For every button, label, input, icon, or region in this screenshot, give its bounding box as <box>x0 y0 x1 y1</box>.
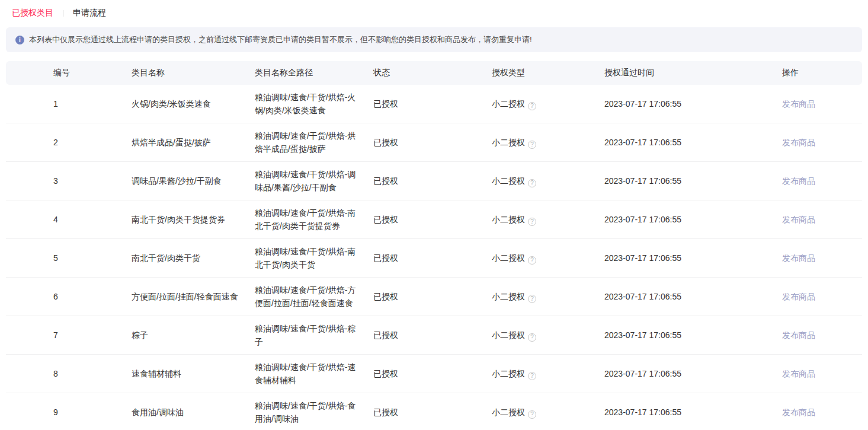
auth-type-label: 小二授权 <box>492 176 525 186</box>
help-icon[interactable]: ? <box>528 333 536 342</box>
row-category-path: 粮油调味/速食/干货/烘焙-南北干货/肉类干货提货券 <box>255 200 373 239</box>
row-status: 已授权 <box>373 123 492 162</box>
table-row: 1 火锅/肉类/米饭类速食 粮油调味/速食/干货/烘焙-火锅/肉类/米饭类速食 … <box>6 85 862 123</box>
column-header-category-name: 类目名称 <box>132 61 255 85</box>
auth-type-label: 小二授权 <box>492 253 525 263</box>
row-category-name: 粽子 <box>132 316 255 355</box>
auth-type-label: 小二授权 <box>492 292 525 301</box>
row-auth-time: 2023-07-17 17:06:55 <box>604 85 782 123</box>
tab-authorized-categories[interactable]: 已授权类目 <box>12 8 53 18</box>
publish-product-link[interactable]: 发布商品 <box>782 253 815 263</box>
row-category-name: 调味品/果酱/沙拉/干副食 <box>132 162 255 200</box>
column-header-category-path: 类目名称全路径 <box>255 61 373 85</box>
table-row: 4 南北干货/肉类干货提货券 粮油调味/速食/干货/烘焙-南北干货/肉类干货提货… <box>6 200 862 239</box>
row-category-name: 南北干货/肉类干货提货券 <box>132 200 255 239</box>
auth-type-label: 小二授权 <box>492 215 525 224</box>
table-row: 6 方便面/拉面/挂面/轻食面速食 粮油调味/速食/干货/烘焙-方便面/拉面/挂… <box>6 278 862 316</box>
tab-application-process[interactable]: 申请流程 <box>73 8 106 18</box>
auth-type-label: 小二授权 <box>492 99 525 109</box>
tab-separator <box>63 10 63 17</box>
row-category-path: 粮油调味/速食/干货/烘焙-食用油/调味油 <box>255 393 373 430</box>
help-icon[interactable]: ? <box>528 256 536 265</box>
row-category-path: 粮油调味/速食/干货/烘焙-粽子 <box>255 316 373 355</box>
publish-product-link[interactable]: 发布商品 <box>782 176 815 186</box>
row-auth-type: 小二授权? <box>492 200 604 239</box>
row-category-path: 粮油调味/速食/干货/烘焙-南北干货/肉类干货 <box>255 239 373 278</box>
row-category-name: 速食辅材辅料 <box>132 355 255 393</box>
notice-banner: i 本列表中仅展示您通过线上流程申请的类目授权，之前通过线下邮寄资质已申请的类目… <box>6 27 862 52</box>
table-row: 2 烘焙半成品/蛋挞/披萨 粮油调味/速食/干货/烘焙-烘焙半成品/蛋挞/披萨 … <box>6 123 862 162</box>
help-icon[interactable]: ? <box>528 372 536 380</box>
publish-product-link[interactable]: 发布商品 <box>782 330 815 340</box>
table-row: 7 粽子 粮油调味/速食/干货/烘焙-粽子 已授权 小二授权? 2023-07-… <box>6 316 862 355</box>
row-auth-time: 2023-07-17 17:06:55 <box>604 239 782 278</box>
tab-bar: 已授权类目 申请流程 <box>0 0 868 18</box>
row-category-path: 粮油调味/速食/干货/烘焙-方便面/拉面/挂面/轻食面速食 <box>255 278 373 316</box>
column-header-id: 编号 <box>6 61 132 85</box>
row-category-name: 火锅/肉类/米饭类速食 <box>132 85 255 123</box>
row-status: 已授权 <box>373 393 492 430</box>
publish-product-link[interactable]: 发布商品 <box>782 369 815 378</box>
row-auth-time: 2023-07-17 17:06:55 <box>604 200 782 239</box>
row-id: 1 <box>6 85 132 123</box>
row-auth-time: 2023-07-17 17:06:55 <box>604 162 782 200</box>
column-header-actions: 操作 <box>782 61 862 85</box>
row-auth-time: 2023-07-17 17:06:55 <box>604 123 782 162</box>
help-icon[interactable]: ? <box>528 179 536 187</box>
row-category-path: 粮油调味/速食/干货/烘焙-火锅/肉类/米饭类速食 <box>255 85 373 123</box>
row-id: 8 <box>6 355 132 393</box>
row-id: 4 <box>6 200 132 239</box>
row-id: 6 <box>6 278 132 316</box>
column-header-auth-time: 授权通过时间 <box>604 61 782 85</box>
publish-product-link[interactable]: 发布商品 <box>782 138 815 147</box>
row-category-name: 南北干货/肉类干货 <box>132 239 255 278</box>
table-row: 5 南北干货/肉类干货 粮油调味/速食/干货/烘焙-南北干货/肉类干货 已授权 … <box>6 239 862 278</box>
help-icon[interactable]: ? <box>528 295 536 303</box>
row-id: 9 <box>6 393 132 430</box>
row-auth-type: 小二授权? <box>492 123 604 162</box>
table-row: 9 食用油/调味油 粮油调味/速食/干货/烘焙-食用油/调味油 已授权 小二授权… <box>6 393 862 430</box>
table-row: 8 速食辅材辅料 粮油调味/速食/干货/烘焙-速食辅材辅料 已授权 小二授权? … <box>6 355 862 393</box>
row-category-name: 烘焙半成品/蛋挞/披萨 <box>132 123 255 162</box>
auth-type-label: 小二授权 <box>492 138 525 147</box>
row-auth-time: 2023-07-17 17:06:55 <box>604 278 782 316</box>
row-status: 已授权 <box>373 355 492 393</box>
help-icon[interactable]: ? <box>528 102 536 110</box>
table-row: 3 调味品/果酱/沙拉/干副食 粮油调味/速食/干货/烘焙-调味品/果酱/沙拉/… <box>6 162 862 200</box>
row-id: 3 <box>6 162 132 200</box>
row-status: 已授权 <box>373 200 492 239</box>
row-auth-time: 2023-07-17 17:06:55 <box>604 355 782 393</box>
notice-banner-text: 本列表中仅展示您通过线上流程申请的类目授权，之前通过线下邮寄资质已申请的类目暂不… <box>29 34 532 45</box>
publish-product-link[interactable]: 发布商品 <box>782 99 815 109</box>
help-icon[interactable]: ? <box>528 410 536 419</box>
row-auth-type: 小二授权? <box>492 355 604 393</box>
row-auth-time: 2023-07-17 17:06:55 <box>604 393 782 430</box>
publish-product-link[interactable]: 发布商品 <box>782 407 815 417</box>
row-status: 已授权 <box>373 85 492 123</box>
help-icon[interactable]: ? <box>528 141 536 149</box>
column-header-auth-type: 授权类型 <box>492 61 604 85</box>
row-id: 5 <box>6 239 132 278</box>
row-auth-type: 小二授权? <box>492 278 604 316</box>
row-category-path: 粮油调味/速食/干货/烘焙-烘焙半成品/蛋挞/披萨 <box>255 123 373 162</box>
info-icon: i <box>15 36 24 44</box>
table-body: 1 火锅/肉类/米饭类速食 粮油调味/速食/干货/烘焙-火锅/肉类/米饭类速食 … <box>6 85 862 430</box>
row-status: 已授权 <box>373 162 492 200</box>
authorized-categories-table: 编号 类目名称 类目名称全路径 状态 授权类型 授权通过时间 操作 1 火锅/肉… <box>6 61 862 430</box>
row-auth-type: 小二授权? <box>492 162 604 200</box>
row-auth-type: 小二授权? <box>492 393 604 430</box>
row-category-name: 食用油/调味油 <box>132 393 255 430</box>
row-auth-type: 小二授权? <box>492 85 604 123</box>
row-category-path: 粮油调味/速食/干货/烘焙-调味品/果酱/沙拉/干副食 <box>255 162 373 200</box>
auth-type-label: 小二授权 <box>492 369 525 378</box>
publish-product-link[interactable]: 发布商品 <box>782 292 815 301</box>
row-status: 已授权 <box>373 316 492 355</box>
auth-type-label: 小二授权 <box>492 330 525 340</box>
publish-product-link[interactable]: 发布商品 <box>782 215 815 224</box>
row-status: 已授权 <box>373 278 492 316</box>
row-status: 已授权 <box>373 239 492 278</box>
row-category-name: 方便面/拉面/挂面/轻食面速食 <box>132 278 255 316</box>
column-header-status: 状态 <box>373 61 492 85</box>
help-icon[interactable]: ? <box>528 218 536 226</box>
auth-type-label: 小二授权 <box>492 407 525 417</box>
